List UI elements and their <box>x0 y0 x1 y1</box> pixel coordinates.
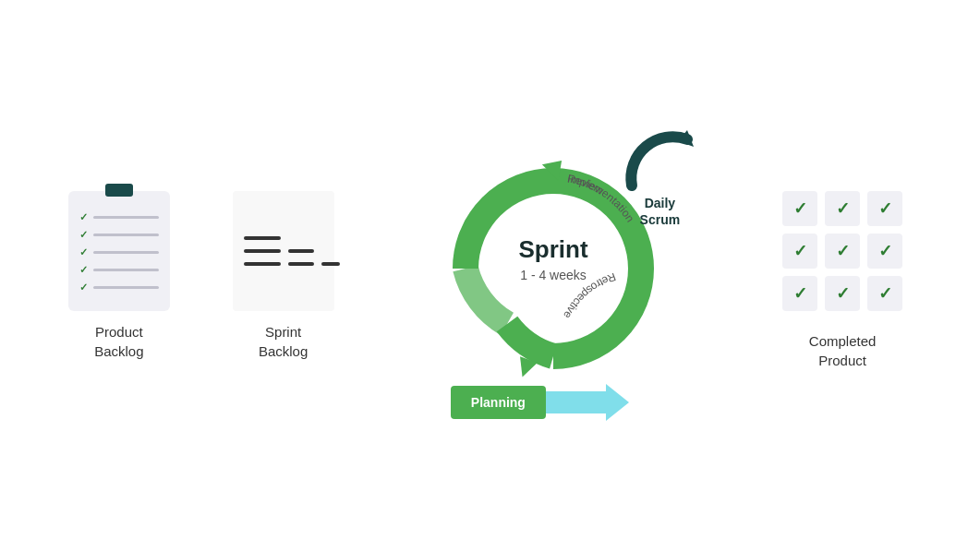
check-cell-3: ✓ <box>867 191 902 226</box>
sprint-area: DailyScrum <box>396 130 710 421</box>
check-2: ✓ <box>79 229 88 241</box>
sprint-row-1 <box>244 236 281 240</box>
daily-scrum-label: DailyScrum <box>640 195 681 228</box>
check-cell-5: ✓ <box>825 234 860 269</box>
clipboard-line-1: ✓ <box>79 211 159 223</box>
completed-product-section: ✓ ✓ ✓ ✓ ✓ ✓ ✓ ✓ ✓ Completed Product <box>773 182 912 370</box>
sprint-bar-2a <box>244 249 281 253</box>
sprint-circle-wrapper: DailyScrum <box>396 130 710 398</box>
sprint-title-text: Sprint <box>519 235 588 263</box>
completed-product-label: Completed Product <box>809 331 877 370</box>
product-backlog-section: ✓ ✓ ✓ ✓ ✓ Product Backlog <box>68 191 170 361</box>
daily-scrum-arc-icon <box>618 121 701 195</box>
line-bar-1 <box>93 216 159 219</box>
checkmark-1: ✓ <box>793 198 807 219</box>
check-cell-4: ✓ <box>782 234 817 269</box>
sprint-bar-3b <box>288 262 314 266</box>
line-bar-5 <box>93 286 159 289</box>
clipboard-line-3: ✓ <box>79 246 159 258</box>
clipboard-line-4: ✓ <box>79 264 159 276</box>
sprint-list-icon <box>233 191 334 311</box>
sprint-backlog-section: Sprint Backlog <box>233 191 334 361</box>
checkmark-7: ✓ <box>793 283 807 304</box>
checkmark-4: ✓ <box>793 241 807 261</box>
check-4: ✓ <box>79 264 88 276</box>
line-bar-2 <box>93 234 159 236</box>
sprint-bar-3a <box>244 262 281 266</box>
check-cell-7: ✓ <box>782 276 817 311</box>
sprint-bar-1 <box>244 236 281 240</box>
sprint-bar-3c <box>321 262 340 266</box>
checkmark-9: ✓ <box>878 283 892 304</box>
daily-scrum-container: DailyScrum <box>618 121 701 228</box>
checkmark-2: ✓ <box>836 198 850 219</box>
check-cell-1: ✓ <box>782 191 817 226</box>
checkmark-6: ✓ <box>878 241 892 261</box>
sprint-bar-2b <box>288 249 314 253</box>
checkmark-5: ✓ <box>836 241 850 261</box>
check-grid: ✓ ✓ ✓ ✓ ✓ ✓ ✓ ✓ ✓ <box>773 182 912 320</box>
check-cell-9: ✓ <box>867 276 902 311</box>
sprint-backlog-label: Sprint Backlog <box>259 322 308 361</box>
check-3: ✓ <box>79 246 88 258</box>
checkmark-3: ✓ <box>878 198 892 219</box>
product-backlog-label: Product Backlog <box>94 322 143 361</box>
check-1: ✓ <box>79 211 88 223</box>
clipboard-icon: ✓ ✓ ✓ ✓ ✓ <box>68 191 170 311</box>
check-cell-6: ✓ <box>867 234 902 269</box>
clipboard-clip <box>105 184 133 197</box>
check-5: ✓ <box>79 281 88 293</box>
check-cell-2: ✓ <box>825 191 860 226</box>
line-bar-4 <box>93 269 159 271</box>
sprint-subtitle-text: 1 - 4 weeks <box>521 268 587 282</box>
sprint-row-3 <box>244 262 340 266</box>
check-cell-8: ✓ <box>825 276 860 311</box>
sprint-row-2 <box>244 249 314 253</box>
clipboard-line-2: ✓ <box>79 229 159 241</box>
checkmark-8: ✓ <box>836 283 850 304</box>
diagram: ✓ ✓ ✓ ✓ ✓ Product Backlog <box>0 0 980 551</box>
clipboard-line-5: ✓ <box>79 281 159 293</box>
line-bar-3 <box>93 251 159 254</box>
